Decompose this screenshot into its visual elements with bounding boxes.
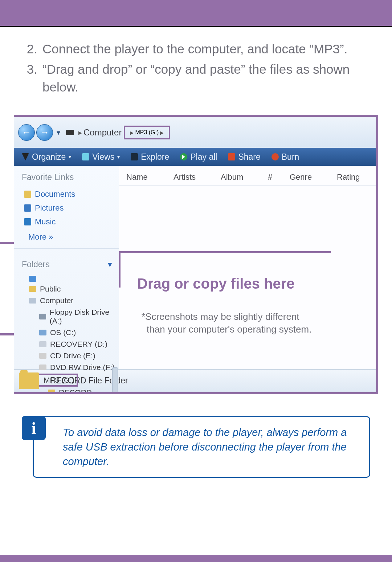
breadcrumb-label: MP3 (G:) — [135, 129, 159, 136]
breadcrumb-label: Computer — [83, 127, 122, 138]
tree-label: RECOVERY (D:) — [50, 340, 107, 349]
tree-mp3[interactable]: MP3 (G:) — [37, 374, 78, 387]
explorer-body: Favorite Links Documents Pictures Music … — [14, 166, 376, 369]
nav-history-dropdown[interactable]: ▾ — [57, 128, 60, 137]
favorite-label: Music — [35, 217, 56, 227]
folder-icon — [48, 390, 55, 394]
forward-button[interactable]: → — [36, 124, 53, 141]
col-name[interactable]: Name — [126, 172, 173, 182]
computer-icon — [29, 298, 36, 304]
play-icon — [180, 153, 187, 160]
tree-label: Public — [40, 285, 61, 293]
instruction-number: 2. — [20, 40, 42, 58]
share-icon — [228, 153, 235, 160]
toolbar-label: Organize — [32, 152, 66, 162]
file-list-area[interactable]: Name Artists Album # Genre Rating Drag o… — [119, 166, 376, 369]
footnote-line: than your computer's operating system. — [142, 323, 311, 336]
views-menu[interactable]: Views ▾ — [82, 152, 120, 162]
instruction-text: “Drag and drop” or “copy and paste” the … — [42, 60, 372, 96]
desktop-icon — [29, 276, 36, 282]
tree-cd[interactable]: CD Drive (E:) — [22, 350, 119, 362]
callout-text: Drag or copy files here — [137, 276, 294, 292]
share-button[interactable]: Share — [228, 152, 260, 162]
back-button[interactable]: ← — [18, 124, 35, 141]
screenshot-footnote: *Screenshots may be slightly different t… — [142, 310, 311, 336]
footer-band — [0, 555, 392, 562]
folder-icon — [19, 372, 39, 389]
tree-floppy[interactable]: Floppy Disk Drive (A:) — [22, 306, 119, 327]
favorite-label: Pictures — [35, 203, 64, 213]
tree-label: Floppy Disk Drive (A:) — [50, 308, 119, 325]
favorite-music[interactable]: Music — [14, 215, 119, 229]
drive-icon — [66, 130, 74, 135]
tree-label: CD Drive (E:) — [50, 351, 95, 360]
col-rating[interactable]: Rating — [337, 172, 369, 182]
organize-menu[interactable]: Organize ▾ — [22, 152, 71, 162]
organize-icon — [22, 153, 29, 160]
toolbar: Organize ▾ Views ▾ Explore Play all Shar… — [14, 148, 376, 166]
dropdown-icon: ▾ — [69, 154, 71, 160]
col-artists[interactable]: Artists — [173, 172, 221, 182]
favorite-documents[interactable]: Documents — [14, 187, 119, 201]
col-album[interactable]: Album — [221, 172, 268, 182]
documents-icon — [24, 191, 31, 198]
favorites-more[interactable]: More » — [14, 229, 119, 242]
tree-public[interactable]: Public — [22, 283, 119, 295]
tree-recovery[interactable]: RECOVERY (D:) — [22, 338, 119, 350]
burn-icon — [271, 153, 279, 160]
instruction-number: 3. — [20, 60, 42, 96]
explorer-window: ← → ▾ ▸ Computer ▸ MP3 (G:) ▸ Organize ▾… — [14, 115, 378, 394]
tree-dvd[interactable]: DVD RW Drive (F:) — [22, 362, 119, 373]
dropdown-icon: ▾ — [117, 154, 120, 160]
tree-os[interactable]: OS (C:) — [22, 327, 119, 338]
tree-label: OS (C:) — [50, 328, 76, 337]
breadcrumb-current[interactable]: ▸ MP3 (G:) ▸ — [124, 126, 170, 139]
favorites-header: Favorite Links — [14, 166, 119, 187]
pictures-icon — [24, 204, 31, 212]
instruction-list: 2. Connect the player to the computer, a… — [0, 27, 392, 106]
tree-desktop[interactable] — [22, 274, 119, 283]
instruction-text: Connect the player to the computer, and … — [42, 40, 372, 58]
favorite-pictures[interactable]: Pictures — [14, 201, 119, 215]
info-icon: i — [22, 416, 46, 440]
tree-label: Computer — [40, 296, 73, 305]
col-genre[interactable]: Genre — [290, 172, 337, 182]
folders-header[interactable]: Folders ▾ — [14, 248, 119, 273]
drive-icon — [39, 330, 46, 335]
sidebar: Favorite Links Documents Pictures Music … — [14, 166, 119, 369]
col-track[interactable]: # — [268, 172, 290, 182]
dvd-icon — [39, 365, 46, 370]
folders-label: Folders — [22, 260, 50, 269]
scrollbar-thumb[interactable] — [112, 367, 118, 393]
callout-connector — [0, 242, 14, 244]
music-icon — [24, 218, 31, 225]
playall-button[interactable]: Play all — [180, 152, 217, 162]
explore-button[interactable]: Explore — [131, 152, 169, 162]
instruction-item: 3. “Drag and drop” or “copy and paste” t… — [20, 60, 372, 96]
header-band — [0, 0, 392, 27]
explore-icon — [131, 153, 138, 160]
burn-button[interactable]: Burn — [271, 152, 299, 162]
folder-icon — [29, 286, 36, 292]
tree-label: MP3 (G:) — [44, 376, 74, 384]
toolbar-label: Share — [238, 152, 260, 162]
views-icon — [82, 153, 89, 160]
footnote-line: *Screenshots may be slightly different — [142, 310, 311, 323]
column-headers: Name Artists Album # Genre Rating — [119, 166, 376, 186]
chevron-right-icon: ▸ — [78, 128, 82, 137]
drive-icon — [39, 341, 46, 347]
breadcrumb-root[interactable]: ▸ Computer — [64, 127, 124, 138]
toolbar-label: Play all — [190, 152, 217, 162]
toolbar-label: Views — [92, 152, 114, 162]
instruction-item: 2. Connect the player to the computer, a… — [20, 40, 372, 58]
toolbar-label: Burn — [282, 152, 299, 162]
chevron-right-icon: ▸ — [130, 128, 134, 137]
chevron-right-icon: ▸ — [160, 128, 164, 137]
title-bar: ← → ▾ ▸ Computer ▸ MP3 (G:) ▸ — [14, 117, 376, 148]
favorite-label: Documents — [35, 190, 75, 199]
tree-computer[interactable]: Computer — [22, 295, 119, 306]
info-text: To avoid data loss or damage to the play… — [33, 416, 370, 478]
info-box: i To avoid data loss or damage to the pl… — [22, 416, 370, 478]
floppy-icon — [39, 314, 46, 319]
cd-icon — [39, 353, 46, 359]
